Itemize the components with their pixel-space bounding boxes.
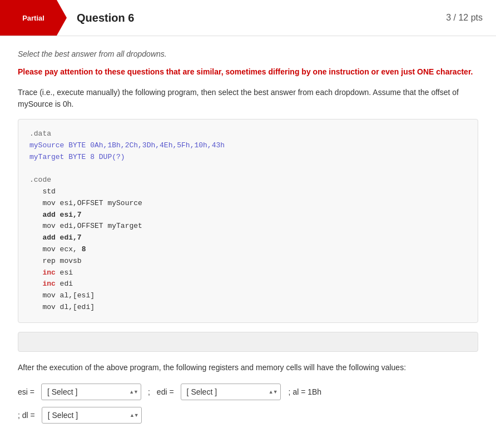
edi-label: edi = [157, 387, 174, 396]
instruction-text: Select the best answer from all dropdown… [18, 49, 478, 58]
question-title: Question 6 [77, 12, 446, 24]
edi-select-wrapper[interactable]: [ Select ] [181, 384, 281, 400]
esi-select[interactable]: [ Select ] [41, 384, 141, 400]
question-points: 3 / 12 pts [446, 13, 483, 23]
dl-label: ; dl = [18, 411, 35, 420]
code-line-4: .code [29, 175, 467, 186]
page-container: Partial Question 6 3 / 12 pts Select the… [0, 0, 496, 448]
content-area: Select the best answer from all dropdown… [0, 36, 496, 448]
code-line-15: mov dl,[edi] [29, 302, 467, 313]
code-line-13: inc edi [29, 278, 467, 290]
esi-label: esi = [18, 387, 34, 396]
after-execution-text: After the execution of the above program… [18, 362, 478, 374]
code-line-9: add edi,7 [29, 232, 467, 244]
code-line-5: std [29, 186, 467, 198]
code-line-3: myTarget BYTE 8 DUP(?) [29, 152, 467, 163]
partial-badge: Partial [0, 0, 67, 36]
esi-select-wrapper[interactable]: [ Select ] [41, 384, 141, 400]
answer-row-1: esi = [ Select ] ; edi = [ Select ] ; al… [18, 384, 478, 400]
esi-edi-separator: ; [148, 387, 150, 396]
dl-select[interactable]: [ Select ] [42, 407, 142, 424]
code-line-blank [29, 163, 467, 175]
answer-row-2: ; dl = [ Select ] [18, 407, 478, 424]
code-line-2: mySource BYTE 0Ah,1Bh,2Ch,3Dh,4Eh,5Fh,10… [29, 140, 467, 152]
code-line-7: add esi,7 [29, 210, 467, 221]
warning-text: Please pay attention to these questions … [18, 66, 478, 78]
code-block: .data mySource BYTE 0Ah,1Bh,2Ch,3Dh,4Eh,… [18, 119, 478, 323]
badge-label: Partial [22, 14, 44, 22]
edi-select[interactable]: [ Select ] [181, 384, 281, 400]
al-static-value: ; al = 1Bh [289, 387, 322, 396]
code-line-1: .data [29, 128, 467, 140]
question-header: Partial Question 6 3 / 12 pts [0, 0, 496, 36]
code-line-14: mov al,[esi] [29, 290, 467, 302]
code-line-12: inc esi [29, 267, 467, 279]
empty-bar [18, 332, 478, 352]
code-line-8: mov edi,OFFSET myTarget [29, 221, 467, 232]
dl-select-wrapper[interactable]: [ Select ] [42, 407, 142, 424]
code-line-11: rep movsb [29, 256, 467, 267]
code-line-10: mov ecx, 8 [29, 244, 467, 256]
description-text: Trace (i.e., execute manually) the follo… [18, 87, 478, 110]
code-line-6: mov esi,OFFSET mySource [29, 198, 467, 210]
